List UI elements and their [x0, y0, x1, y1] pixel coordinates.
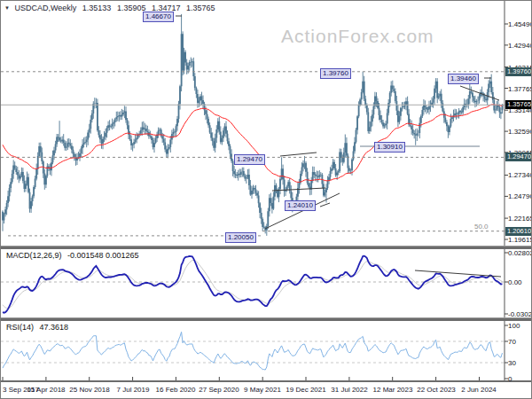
- axis-price-badge: 1.20610: [505, 227, 532, 236]
- ema-line: [3, 105, 503, 182]
- rsi-line: [3, 332, 503, 370]
- candlestick-bodies: [3, 34, 503, 231]
- rsi-axis-label: 30: [508, 359, 516, 367]
- trendline[interactable]: [320, 203, 330, 207]
- x-axis-date-label: 27 Sep 2020: [198, 386, 240, 394]
- rsi-label: RSI(14): [6, 323, 34, 332]
- ohlc-open: 1.35133: [82, 4, 112, 12]
- macd-panel-title: MACD(12,26,9) -0.001548 0.001265: [6, 251, 139, 260]
- x-axis-line: [1, 380, 532, 382]
- rsi-axis-label: 70: [508, 338, 516, 346]
- price-annotation-label[interactable]: 1.30910: [374, 142, 405, 153]
- price-annotation-label[interactable]: 1.39460: [448, 74, 479, 84]
- rsi-axis-label: 0: [508, 375, 512, 383]
- candlestick-wicks: [3, 14, 503, 236]
- rsi-value: 47.3618: [40, 323, 69, 332]
- fib-level-label: 50.0: [474, 223, 489, 231]
- rsi-axis-label: 100: [508, 322, 520, 330]
- macd-label: MACD(12,26,9): [6, 251, 62, 260]
- axis-price-badge: 1.29470: [505, 153, 532, 161]
- x-axis-date-label: 19 Dec 2021: [285, 386, 327, 394]
- axis-price-badge: 1.39760: [505, 67, 532, 76]
- x-axis-date-label: 16 Feb 2020: [154, 386, 197, 394]
- chart-window: ActionForex.com ▼ USDCAD,Weekly 1.35133 …: [0, 0, 532, 399]
- macd-trendline[interactable]: [415, 270, 501, 277]
- symbol-label: USDCAD,Weekly: [14, 4, 76, 12]
- collapse-arrow-icon[interactable]: ▼: [4, 5, 10, 11]
- x-axis-date-label: 25 Nov 2018: [68, 386, 111, 394]
- macd-signal-line: [3, 260, 503, 309]
- trendline[interactable]: [280, 153, 317, 156]
- macd-axis-label: -0.030286: [508, 310, 532, 318]
- x-axis-date-label: 12 Mar 2023: [372, 386, 414, 394]
- x-axis-date-label: 22 Oct 2023: [415, 386, 458, 394]
- x-axis-date-label: 31 Jul 2022: [328, 386, 371, 394]
- main-chart-canvas[interactable]: [1, 1, 532, 399]
- y-axis-tick-label: 1.24790: [508, 192, 532, 200]
- y-axis-tick-label: 1.32590: [508, 128, 532, 136]
- price-annotation-label[interactable]: 1.20050: [225, 232, 256, 243]
- macd-line: [3, 256, 503, 313]
- y-axis-tick-label: 1.42940: [508, 42, 532, 50]
- macd-values: -0.001548 0.001265: [67, 251, 139, 260]
- price-annotation-label[interactable]: 1.39760: [320, 68, 351, 79]
- rsi-panel-title: RSI(14) 47.3618: [6, 323, 68, 332]
- ohlc-close: 1.35765: [186, 4, 215, 12]
- ohlc-high: 1.35905: [117, 4, 146, 12]
- price-annotation-label[interactable]: 1.24010: [285, 200, 316, 211]
- symbol-header: ▼ USDCAD,Weekly 1.35133 1.35905 1.34717 …: [4, 4, 219, 12]
- y-axis-tick-label: 1.37765: [508, 85, 532, 93]
- panel-separator[interactable]: [1, 246, 532, 249]
- x-axis-date-label: 15 Apr 2018: [25, 386, 67, 394]
- price-annotation-label[interactable]: 1.29470: [234, 154, 265, 165]
- macd-axis-label: 0.00: [508, 278, 522, 286]
- x-axis-date-label: 7 Jul 2019: [112, 386, 154, 394]
- trendline[interactable]: [265, 193, 340, 229]
- y-axis-tick-label: 1.19615: [508, 236, 532, 244]
- panel-separator[interactable]: [1, 317, 532, 321]
- y-axis-tick-label: 1.27340: [508, 171, 532, 179]
- x-axis-date-label: 9 May 2021: [241, 386, 284, 394]
- axis-price-badge: 1.35765: [505, 100, 532, 109]
- macd-axis-label: 0.028028: [508, 249, 532, 257]
- y-axis-tick-label: 1.22165: [508, 215, 532, 223]
- y-axis-tick-label: 1.45490: [508, 20, 532, 28]
- x-axis-date-label: 2 Jun 2024: [458, 386, 500, 394]
- price-annotation-label[interactable]: 1.46670: [143, 12, 174, 22]
